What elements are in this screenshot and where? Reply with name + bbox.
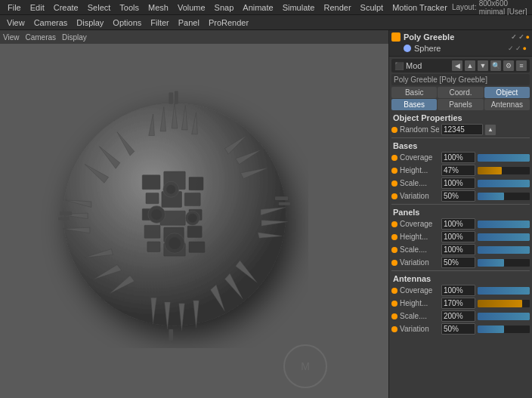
random-seed-input[interactable] [441,124,483,135]
svg-rect-1 [143,174,161,189]
mod-label: Mod [406,61,450,70]
prop-dot [391,301,397,307]
scene-root-icon [391,32,401,42]
divider-3 [391,270,530,271]
menu-file[interactable]: File [3,3,26,12]
property-row: Variation [391,323,530,335]
toolbar-display[interactable]: Display [73,18,107,27]
prop-label: Scale.... [400,179,439,187]
menu-create[interactable]: Create [49,3,83,12]
prop-value-input[interactable] [441,231,475,242]
menu-volume[interactable]: Volume [173,3,210,12]
menu-motion-tracker[interactable]: Motion Tracker [388,3,452,12]
prop-bar [478,193,504,200]
prop-bar-container[interactable] [478,167,530,174]
toolbar-cameras[interactable]: Cameras [30,18,72,27]
svg-rect-4 [146,193,159,203]
prop-value-input[interactable] [441,298,475,309]
prop-bar [478,287,530,295]
prop-value-input[interactable] [441,190,475,202]
object-properties-label: Object Properties [391,113,530,122]
tab-coord[interactable]: Coord. [438,87,483,98]
prop-dot [391,155,397,161]
prop-bar-container[interactable] [478,287,530,295]
prop-bar-container[interactable] [478,259,530,267]
prop-label: Coverage [400,153,439,162]
tab-row-1: Basic Coord. Object [391,87,530,98]
antennas-properties: CoverageHeight...Scale....Variation [391,285,530,335]
prop-bar-container[interactable] [478,154,530,162]
prop-label: Height... [400,299,439,307]
prop-label: Scale.... [400,245,439,254]
prop-bar-container[interactable] [478,180,530,187]
menu-animate[interactable]: Animate [238,3,277,12]
svg-rect-6 [185,193,201,205]
prop-label: Variation [400,192,439,200]
mod-down-btn[interactable]: ▼ [478,60,488,71]
menu-snap[interactable]: Snap [210,3,239,12]
random-seed-up[interactable]: ▲ [485,125,496,135]
svg-rect-51 [169,92,174,103]
prop-bar-container[interactable] [478,325,530,333]
svg-point-17 [152,209,162,219]
prop-label: Height... [400,166,439,174]
toolbar: View Cameras Display Options Filter Pane… [0,15,532,30]
prop-dot [391,260,397,266]
mod-search-btn[interactable]: 🔍 [490,60,501,71]
viewport-display-label[interactable]: Display [62,33,87,42]
scene-child-label: Sphere [414,44,441,53]
toolbar-view[interactable]: View [3,18,29,27]
prop-bar-container[interactable] [478,233,530,241]
menu-select[interactable]: Select [83,3,116,12]
toolbar-panel[interactable]: Panel [175,18,203,27]
prop-bar-container[interactable] [478,193,530,200]
menu-tools[interactable]: Tools [115,3,144,12]
prop-value-input[interactable] [441,285,475,296]
viewport-cameras-label[interactable]: Cameras [26,33,57,42]
mod-left-btn[interactable]: ◀ [452,60,462,71]
prop-dot [391,168,397,174]
prop-value-input[interactable] [441,165,475,176]
prop-value-input[interactable] [441,218,475,230]
menu-mesh[interactable]: Mesh [144,3,173,12]
tab-basic[interactable]: Basic [391,87,437,98]
prop-value-input[interactable] [441,310,475,322]
prop-bar-container[interactable] [478,246,530,254]
toolbar-filter[interactable]: Filter [147,18,172,27]
viewport[interactable]: View Cameras Display [0,30,388,398]
prop-value-input[interactable] [441,177,475,189]
tab-bases[interactable]: Bases [391,99,437,110]
prop-bar [478,180,530,187]
property-row: Scale.... [391,177,530,189]
toolbar-options[interactable]: Options [109,18,145,27]
divider-1 [391,137,530,138]
mod-up-btn[interactable]: ▲ [465,60,475,71]
bases-properties: CoverageHeight...Scale....Variation [391,152,530,202]
prop-label: Height... [400,233,439,241]
sphere-icon [404,45,411,52]
toolbar-prorender[interactable]: ProRender [205,18,252,27]
tab-antennas[interactable]: Antennas [484,99,530,110]
tab-panels[interactable]: Panels [438,99,483,110]
menu-simulate[interactable]: Simulate [278,3,320,12]
prop-value-input[interactable] [441,244,475,255]
prop-value-input[interactable] [441,323,475,335]
prop-bar-container[interactable] [478,313,530,320]
prop-bar-container[interactable] [478,300,530,307]
prop-value-input[interactable] [441,257,475,268]
prop-value-input[interactable] [441,152,475,163]
prop-bar [478,167,502,174]
menu-edit[interactable]: Edit [26,3,49,12]
right-panel: Poly Greeble ✓ ✓ ● Sphere ✓ ✓ ● [388,30,532,398]
property-row: Scale.... [391,244,530,255]
menu-render[interactable]: Render [319,3,355,12]
svg-rect-55 [60,211,72,215]
viewport-view-label[interactable]: View [3,33,20,42]
mod-menu-btn[interactable]: ≡ [516,60,527,71]
layout-label: Layout: [452,3,477,11]
mod-settings-btn[interactable]: ⚙ [503,60,514,71]
prop-bar-container[interactable] [478,221,530,228]
tab-object[interactable]: Object [484,87,530,98]
scene-child-item[interactable]: Sphere ✓ ✓ ● [391,43,530,54]
menu-sculpt[interactable]: Sculpt [356,3,388,12]
